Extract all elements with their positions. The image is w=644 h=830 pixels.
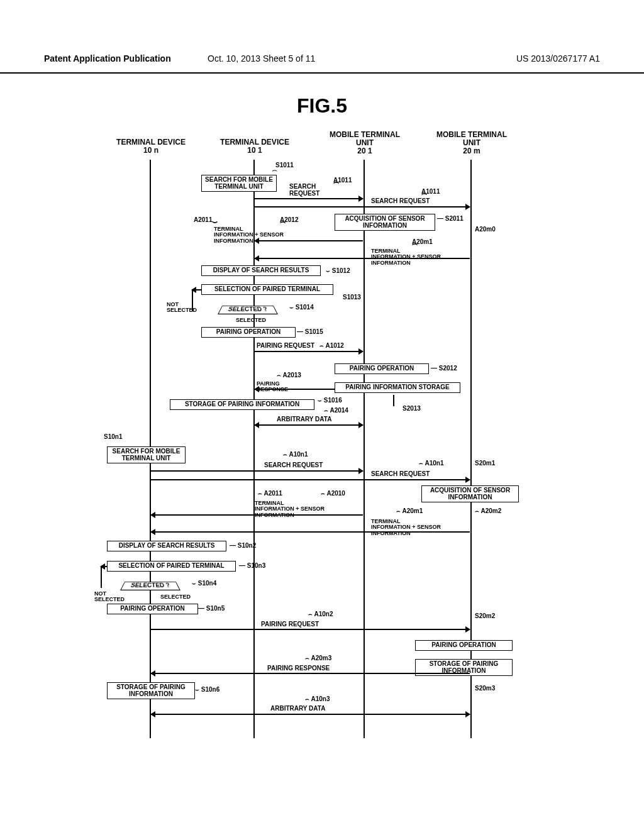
label-s1015: — S1015 xyxy=(297,329,323,336)
label-selected-1: SELECTED xyxy=(236,318,266,323)
arrow-arb-data-2l xyxy=(151,714,470,715)
label-s20m1: S20m1 xyxy=(475,460,495,467)
label-a1011-1: ⌢ A1011 xyxy=(333,177,352,184)
label-a2013: ⌢ A2013 xyxy=(277,372,301,379)
label-s1016: ⌣ S1016 xyxy=(318,397,342,404)
label-a10n2: ⌢ A10n2 xyxy=(308,611,333,618)
lifeline-4 xyxy=(470,160,472,738)
label-a2014: ⌢ A2014 xyxy=(324,407,348,414)
col1-sub: 10 n xyxy=(143,146,158,155)
lifeline-2 xyxy=(253,160,255,738)
col1-text: TERMINAL DEVICE xyxy=(116,138,186,147)
label-a20m0: A20m0 xyxy=(475,226,496,233)
sequence-diagram: TERMINAL DEVICE 10 n TERMINAL DEVICE 10 … xyxy=(94,126,597,755)
page: Patent Application Publication Oct. 10, … xyxy=(0,0,644,830)
label-s1012: ⌣ S1012 xyxy=(326,268,350,275)
box-pairing-op-201: PAIRING OPERATION xyxy=(335,363,429,374)
box-display-results-1: DISPLAY OF SEARCH RESULTS xyxy=(201,265,321,276)
figure-title: FIG.5 xyxy=(0,94,644,118)
lifeline-3 xyxy=(364,160,365,738)
col4-sub: 20 m xyxy=(463,147,480,155)
arrow-pairing-req-1 xyxy=(255,351,363,352)
label-pairing-resp-1: PAIRINGRESPONSE xyxy=(257,381,288,393)
connector-s2013 xyxy=(393,395,394,406)
label-s10n4: ⌣ S10n4 xyxy=(192,580,216,587)
label-s10n2: — S10n2 xyxy=(230,543,256,550)
col2-sub: 10 1 xyxy=(247,146,262,155)
label-s2012: — S2012 xyxy=(431,365,457,372)
col1-label: TERMINAL DEVICE 10 n xyxy=(113,138,189,155)
box-acq-sensor-1: ACQUISITION OF SENSOR INFORMATION xyxy=(335,214,435,231)
label-a10n3: ⌢ A10n3 xyxy=(305,696,330,703)
box-pairing-op-20m: PAIRING OPERATION xyxy=(415,640,513,651)
col4-text: MOBILE TERMINAL UNIT xyxy=(436,130,507,147)
box-pairing-op-2: PAIRING OPERATION xyxy=(107,604,198,614)
label-a2011b: ⌢ A2011 xyxy=(258,490,282,497)
label-a20m2: ⌢ A20m2 xyxy=(475,508,501,515)
label-arb-data-1: ARBITRARY DATA xyxy=(277,416,331,423)
label-s2011: — S2011 xyxy=(437,216,464,223)
col3-label: MOBILE TERMINAL UNIT 20 1 xyxy=(327,131,402,156)
label-s20m3: S20m3 xyxy=(475,685,495,692)
label-a1011-2: ⌢ A1011 xyxy=(421,189,440,196)
label-s10n6: ⌣ S10n6 xyxy=(195,687,219,694)
box-pairing-info-store: PAIRING INFORMATION STORAGE xyxy=(335,382,460,393)
label-term-sensor-3: TERMINALINFORMATION + SENSORINFORMATION xyxy=(255,501,325,518)
box-store-pairing-2: STORAGE OF PAIRING INFORMATION xyxy=(107,682,195,699)
label-term-sensor-4: TERMINALINFORMATION + SENSORINFORMATION xyxy=(371,519,441,536)
box-pairing-op-1: PAIRING OPERATION xyxy=(201,327,296,338)
arrow-a10n2 xyxy=(151,629,470,630)
label-a20m1: ⌢ A20m1 xyxy=(412,239,433,246)
loop-arrow-2 xyxy=(101,566,107,567)
box-select-paired-1: SELECTION OF PAIRED TERMINAL xyxy=(201,284,333,295)
label-arb-data-2: ARBITRARY DATA xyxy=(270,706,325,712)
label-a10n1-2: ⌢ A10n1 xyxy=(419,460,443,467)
label-s20m2: S20m2 xyxy=(475,613,495,620)
box-display-results-2: DISPLAY OF SEARCH RESULTS xyxy=(107,541,226,551)
label-s1014: ⌣ S1014 xyxy=(289,304,314,311)
decision-selected-2: SELECTED ? xyxy=(120,582,180,590)
arrow-a1011-1 xyxy=(255,198,363,199)
header-right: US 2013/0267177 A1 xyxy=(516,53,600,64)
label-a1012: ⌢ A1012 xyxy=(319,343,344,350)
label-not-selected-2: NOTSELECTED xyxy=(94,591,125,603)
label-a20m1b: ⌢ A20m1 xyxy=(396,508,423,515)
arrow-a20m3 xyxy=(151,673,470,674)
label-a10n1-1: ⌢ A10n1 xyxy=(283,451,308,458)
label-pairing-req-1: PAIRING REQUEST xyxy=(257,343,314,350)
label-s2013: S2013 xyxy=(402,406,421,412)
col2-label: TERMINAL DEVICE 10 1 xyxy=(217,138,292,155)
label-s10n1: S10n1 xyxy=(104,434,122,441)
label-pairing-resp-2: PAIRING RESPONSE xyxy=(267,665,330,672)
label-search-req-2: SEARCH REQUEST xyxy=(371,198,430,205)
header-mid: Oct. 10, 2013 Sheet 5 of 11 xyxy=(208,53,315,64)
col2-text: TERMINAL DEVICE xyxy=(220,138,289,147)
label-pairing-req-2: PAIRING REQUEST xyxy=(261,621,319,628)
box-search-mobile: SEARCH FOR MOBILE TERMINAL UNIT xyxy=(201,175,277,192)
box-acq-sensor-2: ACQUISITION OF SENSOR INFORMATION xyxy=(421,485,519,502)
label-s10n3: — S10n3 xyxy=(239,563,265,570)
label-search-req-4: SEARCH REQUEST xyxy=(371,471,430,478)
label-s1013: S1013 xyxy=(343,294,361,301)
label-a20m3: ⌢ A20m3 xyxy=(305,655,331,662)
box-store-pairing-1: STORAGE OF PAIRING INFORMATION xyxy=(170,399,314,410)
label-term-sensor-1: TERMINALINFORMATION + SENSORINFORMATION xyxy=(214,226,284,244)
decision-selected-1: SELECTED ? xyxy=(218,306,278,314)
label-selected-2: SELECTED xyxy=(160,594,191,600)
col4-label: MOBILE TERMINAL UNIT 20 m xyxy=(434,131,509,156)
arrow-a1011-2 xyxy=(255,206,470,208)
label-a2012: ⌢ A2012 xyxy=(280,217,298,224)
page-header: Patent Application Publication Oct. 10, … xyxy=(0,53,644,74)
box-search-mobile-2: SEARCH FOR MOBILE TERMINAL UNIT xyxy=(107,446,186,463)
label-search-req-3: SEARCH REQUEST xyxy=(264,462,323,469)
label-a2011: A2011 ⌣ xyxy=(194,217,212,224)
header-left: Patent Application Publication xyxy=(44,53,171,64)
loop-arrow-1 xyxy=(192,289,201,290)
label-s1011: S1011 xyxy=(275,162,294,169)
label-s10n5: — S10n5 xyxy=(198,606,225,612)
arrow-arb-data-1l xyxy=(255,424,363,426)
col3-sub: 20 1 xyxy=(357,147,372,155)
arrow-a10n1-1 xyxy=(151,470,363,472)
box-select-paired-2: SELECTION OF PAIRED TERMINAL xyxy=(107,561,236,572)
tilde-icon: ⌢ xyxy=(272,165,277,175)
